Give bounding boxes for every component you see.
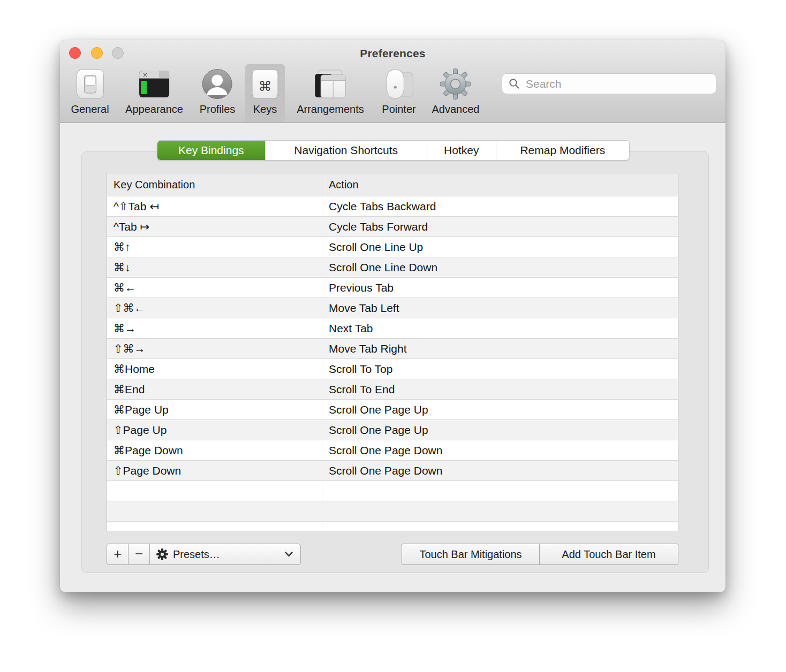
tab-remap-modifiers[interactable]: Remap Modifiers	[496, 141, 629, 160]
key-combination-cell: ⌘Page Down	[107, 440, 322, 460]
table-edit-controls: + −	[107, 544, 301, 565]
action-cell: Scroll One Line Down	[322, 257, 678, 277]
key-combination-cell: ^Tab ↦	[107, 217, 322, 236]
tab-key-bindings[interactable]: Key Bindings	[157, 141, 265, 160]
remove-binding-button[interactable]: −	[129, 544, 150, 564]
key-combination-cell: ⌘←	[107, 278, 322, 297]
toolbar-label: Profiles	[200, 103, 236, 116]
toolbar-item-arrangements[interactable]: Arrangements	[290, 64, 371, 122]
key-combination-cell: ⌘Home	[107, 359, 322, 379]
action-cell: Scroll One Page Down	[322, 461, 678, 480]
key-combination-cell: ⇧Page Down	[107, 461, 322, 480]
key-combination-cell	[107, 522, 322, 531]
tab-navigation-shortcuts[interactable]: Navigation Shortcuts	[265, 141, 427, 160]
toolbar-label: Arrangements	[297, 103, 364, 116]
window-title: Preferences	[60, 47, 725, 60]
action-cell: Scroll One Page Down	[322, 440, 678, 460]
tab-label: Navigation Shortcuts	[294, 144, 398, 157]
table-row[interactable]: ⌘← Previous Tab	[107, 278, 678, 298]
toolbar-item-advanced[interactable]: Advanced	[426, 64, 486, 122]
toolbar-search-field[interactable]	[502, 73, 716, 94]
action-cell: Cycle Tabs Forward	[322, 217, 678, 236]
key-combination-cell: ⌘Page Up	[107, 400, 322, 419]
action-cell: Scroll One Page Up	[322, 400, 678, 419]
action-cell: Scroll One Line Up	[322, 237, 678, 257]
action-cell: Scroll One Page Up	[322, 420, 678, 440]
toolbar-item-keys[interactable]: ⌘ Keys	[245, 64, 285, 122]
toolbar-item-appearance[interactable]: × Appearance	[119, 64, 190, 122]
tab-label: Remap Modifiers	[520, 144, 605, 157]
action-cell: Previous Tab	[322, 278, 678, 297]
window-chrome: Preferences General	[60, 40, 725, 123]
presets-dropdown[interactable]: Presets…	[150, 544, 300, 564]
arrangements-windows-icon	[314, 67, 347, 101]
table-row[interactable]: ⇧Page Down Scroll One Page Down	[107, 461, 678, 481]
toolbar-item-pointer[interactable]: Pointer	[375, 64, 422, 122]
key-combination-cell: ^⇧Tab ↤	[107, 196, 322, 216]
table-row[interactable]: ⇧⌘→ Move Tab Right	[107, 339, 678, 359]
table-row[interactable]: ⌘↑ Scroll One Line Up	[107, 237, 678, 257]
table-row[interactable]: ⌘End Scroll To End	[107, 379, 678, 400]
table-row[interactable]: ⇧Page Up Scroll One Page Up	[107, 420, 678, 440]
appearance-terminal-icon: ×	[139, 67, 170, 101]
tab-hotkey[interactable]: Hotkey	[427, 141, 496, 160]
advanced-gear-icon	[440, 67, 471, 101]
toolbar-label: General	[71, 103, 109, 116]
action-cell: Scroll To Top	[322, 359, 678, 379]
table-row[interactable]: ⌘Home Scroll To Top	[107, 359, 678, 379]
key-combination-cell: ⇧⌘←	[107, 298, 322, 318]
chevron-down-icon	[285, 552, 293, 557]
key-combination-cell: ⌘End	[107, 379, 322, 399]
action-cell: Scroll To End	[322, 379, 678, 399]
touch-bar-buttons: Touch Bar Mitigations Add Touch Bar Item	[402, 544, 678, 565]
table-row[interactable]	[107, 481, 678, 501]
toolbar-item-profiles[interactable]: Profiles	[193, 64, 242, 122]
toolbar-label: Keys	[253, 103, 277, 116]
key-combination-cell: ⇧Page Up	[107, 420, 322, 440]
action-cell: Move Tab Left	[322, 298, 678, 318]
preferences-window: Preferences General	[60, 40, 725, 592]
action-cell: Move Tab Right	[322, 339, 678, 358]
column-header-key-combination[interactable]: Key Combination	[107, 173, 322, 196]
toolbar-label: Appearance	[125, 103, 183, 116]
table-row[interactable]: ⌘↓ Scroll One Line Down	[107, 257, 678, 278]
search-input[interactable]	[525, 77, 701, 91]
toolbar-item-general[interactable]: General	[64, 64, 115, 122]
svg-text:⌘: ⌘	[259, 79, 272, 94]
table-row[interactable]	[107, 501, 678, 522]
key-combination-cell: ⌘↓	[107, 257, 322, 277]
table-header: Key Combination Action	[107, 173, 678, 196]
pointer-mouse-icon	[383, 67, 415, 101]
tab-label: Hotkey	[444, 144, 479, 157]
key-bindings-table: Key Combination Action ^⇧Tab ↤ Cycle Tab…	[107, 173, 678, 531]
key-combination-cell: ⌘↑	[107, 237, 322, 257]
toolbar-label: Advanced	[432, 103, 480, 116]
table-row[interactable]: ^Tab ↦ Cycle Tabs Forward	[107, 217, 678, 237]
table-row[interactable]: ⌘Page Down Scroll One Page Down	[107, 440, 678, 461]
touch-bar-mitigations-button[interactable]: Touch Bar Mitigations	[402, 544, 540, 565]
column-header-action[interactable]: Action	[322, 173, 678, 196]
minus-icon: −	[135, 546, 143, 562]
key-combination-cell: ⌘→	[107, 318, 322, 338]
key-combination-cell	[107, 481, 322, 501]
table-row[interactable]: ⌘→ Next Tab	[107, 318, 678, 339]
table-row[interactable]: ⌘Page Up Scroll One Page Up	[107, 400, 678, 420]
table-row[interactable]	[107, 522, 678, 531]
general-switch-icon	[76, 67, 104, 101]
table-row[interactable]: ^⇧Tab ↤ Cycle Tabs Backward	[107, 196, 678, 217]
action-cell: Cycle Tabs Backward	[322, 196, 678, 216]
svg-text:×: ×	[142, 71, 148, 79]
profiles-avatar-icon	[202, 67, 233, 101]
action-cell	[322, 481, 678, 501]
add-touch-bar-item-button[interactable]: Add Touch Bar Item	[539, 544, 678, 565]
action-cell	[322, 501, 678, 521]
action-cell	[322, 522, 678, 531]
add-binding-button[interactable]: +	[107, 544, 129, 564]
key-combination-cell	[107, 501, 322, 521]
action-cell: Next Tab	[322, 318, 678, 338]
keys-tab-bar: Key Bindings Navigation Shortcuts Hotkey…	[157, 140, 630, 161]
key-bindings-table-body: ^⇧Tab ↤ Cycle Tabs Backward ^Tab ↦ Cycle…	[107, 196, 678, 531]
table-row[interactable]: ⇧⌘← Move Tab Left	[107, 298, 678, 318]
presets-label: Presets…	[173, 548, 220, 561]
key-combination-cell: ⇧⌘→	[107, 339, 322, 358]
